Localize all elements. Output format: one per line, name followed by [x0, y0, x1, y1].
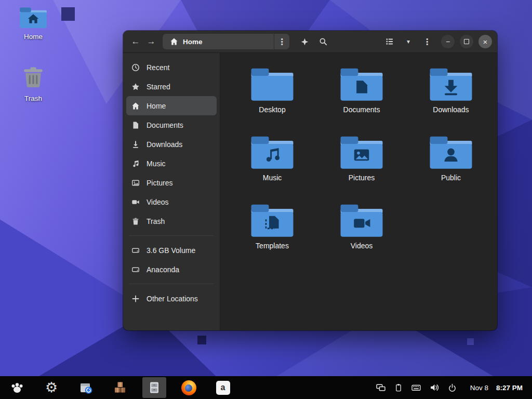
sidebar-item-label: Pictures — [147, 179, 173, 187]
desktop-icon-label: Home — [24, 33, 43, 41]
date-label: Nov 8 — [470, 384, 488, 392]
sidebar-item-trash[interactable]: Trash — [126, 211, 217, 231]
sidebar-item-home[interactable]: Home — [126, 96, 217, 115]
desktop-icon-label: Trash — [24, 95, 42, 102]
sidebar-item-volume[interactable]: 3.6 GB Volume — [126, 241, 217, 260]
star-icon — [131, 83, 140, 91]
folder-tile-public[interactable]: Public — [406, 135, 496, 203]
keyboard-icon[interactable] — [411, 383, 421, 392]
taskbar-app-software-update[interactable] — [74, 377, 98, 398]
text-editor-icon: a — [216, 381, 230, 395]
window-body: Recent Starred Home Documents Downloads … — [123, 53, 497, 330]
back-arrow-icon: ← — [131, 36, 140, 47]
video-camera-icon — [131, 198, 140, 206]
folder-tile-templates[interactable]: Templates — [228, 203, 317, 271]
taskbar-app-packages[interactable] — [108, 377, 132, 398]
clipboard-icon[interactable] — [394, 383, 403, 392]
sidebar-item-label: Downloads — [147, 140, 182, 149]
sidebar-item-label: Anaconda — [147, 265, 179, 274]
folder-label: Pictures — [349, 174, 375, 182]
forward-arrow-icon: → — [147, 36, 156, 47]
back-button[interactable]: ← — [128, 34, 143, 49]
sidebar-item-label: Home — [147, 102, 166, 110]
taskbar-clock[interactable]: Nov 8 8:27 PM — [470, 384, 523, 392]
text-editor-letter: a — [221, 383, 225, 392]
location-entry-icon — [301, 38, 309, 46]
image-icon — [131, 179, 140, 187]
search-icon — [319, 37, 327, 46]
file-grid: Desktop Documents Downloads Music Pictur… — [228, 66, 497, 271]
files-window: ← → Home ⋮ ▾ ⋮ − × — [123, 31, 497, 330]
list-view-icon — [385, 37, 394, 46]
folder-tile-documents[interactable]: Documents — [317, 66, 406, 135]
sidebar-item-downloads[interactable]: Downloads — [126, 135, 217, 154]
taskbar-app-settings[interactable]: ⚙ — [39, 377, 63, 398]
sidebar-item-videos[interactable]: Videos — [126, 192, 217, 211]
power-icon[interactable] — [448, 383, 457, 392]
taskbar-app-firefox[interactable] — [177, 377, 201, 398]
sidebar-item-documents[interactable]: Documents — [126, 115, 217, 135]
document-icon — [131, 121, 140, 129]
plus-icon — [131, 295, 140, 303]
home-icon — [131, 102, 140, 110]
folder-label: Documents — [343, 105, 380, 114]
folder-icon — [339, 135, 384, 171]
minimize-button[interactable]: − — [441, 35, 455, 48]
desktop-icon-home[interactable]: Home — [8, 6, 58, 41]
taskbar: ⚙ a — [0, 376, 532, 399]
pathbar: Home ⋮ — [163, 34, 289, 49]
wallpaper-accent-square — [61, 7, 75, 21]
taskbar-app-text-editor[interactable]: a — [211, 377, 235, 398]
folder-tile-music[interactable]: Music — [228, 135, 317, 203]
home-icon — [170, 37, 178, 46]
sidebar-item-other-locations[interactable]: Other Locations — [126, 289, 217, 308]
pathbar-location-label: Home — [183, 38, 203, 46]
folder-tile-videos[interactable]: Videos — [317, 203, 406, 271]
sidebar-item-label: Music — [147, 159, 166, 168]
drive-icon — [131, 265, 140, 274]
minimize-icon: − — [446, 38, 450, 45]
folder-icon — [428, 135, 474, 171]
folder-label: Public — [441, 174, 461, 182]
trash-icon — [20, 64, 47, 91]
sidebar-item-music[interactable]: Music — [126, 154, 217, 173]
close-button[interactable]: × — [478, 35, 492, 48]
software-update-icon — [78, 380, 93, 395]
folder-tile-downloads[interactable]: Downloads — [406, 66, 496, 135]
folder-label: Desktop — [259, 105, 285, 114]
sidebar-item-recent[interactable]: Recent — [126, 58, 217, 77]
kebab-menu-icon: ⋮ — [278, 37, 286, 47]
folder-icon — [339, 66, 384, 103]
file-view: Desktop Documents Downloads Music Pictur… — [220, 53, 497, 330]
forward-button[interactable]: → — [144, 34, 158, 49]
taskbar-app-1[interactable] — [5, 377, 29, 398]
pathbar-location-button[interactable]: Home — [163, 34, 274, 49]
folder-tile-desktop[interactable]: Desktop — [228, 66, 317, 135]
view-toggle-button[interactable] — [381, 34, 398, 49]
sidebar-item-anaconda[interactable]: Anaconda — [126, 260, 217, 279]
folder-tile-pictures[interactable]: Pictures — [317, 135, 406, 203]
window-menu-button[interactable]: ⋮ — [418, 34, 436, 49]
desktop-icon-trash[interactable]: Trash — [8, 64, 58, 102]
screenshare-icon[interactable] — [376, 383, 385, 392]
chevron-down-icon: ▾ — [407, 38, 410, 45]
close-icon: × — [483, 38, 488, 46]
search-button[interactable] — [314, 34, 332, 49]
view-options-dropdown[interactable]: ▾ — [400, 34, 417, 49]
location-entry-button[interactable] — [296, 34, 313, 49]
download-icon — [131, 140, 140, 149]
maximize-button[interactable] — [460, 35, 473, 48]
sidebar-item-label: 3.6 GB Volume — [147, 246, 195, 255]
music-note-icon — [131, 159, 140, 168]
sidebar-item-starred[interactable]: Starred — [126, 77, 217, 96]
system-tray — [376, 383, 457, 392]
sidebar-item-pictures[interactable]: Pictures — [126, 173, 217, 192]
sidebar-separator — [129, 284, 214, 284]
volume-icon[interactable] — [430, 383, 439, 392]
folder-icon — [249, 66, 295, 103]
sidebar-separator — [129, 235, 214, 236]
folder-label: Videos — [351, 242, 373, 250]
taskbar-app-files[interactable] — [142, 377, 166, 398]
headerbar: ← → Home ⋮ ▾ ⋮ − × — [123, 31, 497, 53]
pathbar-menu-button[interactable]: ⋮ — [274, 34, 289, 49]
